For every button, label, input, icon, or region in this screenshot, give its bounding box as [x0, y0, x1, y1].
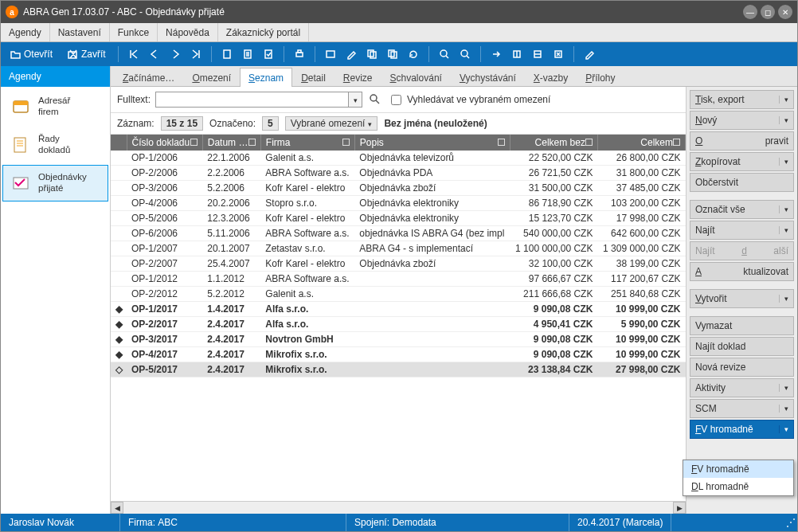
menu-nastaveni[interactable]: Nastavení: [50, 23, 110, 41]
action-button-aktivity[interactable]: Aktivity: [690, 378, 794, 397]
toolbar-btn-j[interactable]: [456, 45, 474, 63]
table-row[interactable]: ◆OP-4/20172.4.2017Mikrofix s.r.o.9 090,0…: [111, 347, 686, 362]
tab-omezení[interactable]: Omezení: [183, 68, 240, 87]
minimize-button[interactable]: —: [743, 5, 757, 19]
toolbar-btn-m[interactable]: [529, 45, 546, 63]
action-button-nov-revize[interactable]: Nová revize: [690, 358, 794, 377]
toolbar-open-button[interactable]: Otevřít: [4, 46, 58, 62]
orders-grid[interactable]: Číslo dokladuDatum …FirmaPopisCelkem bez…: [111, 135, 686, 377]
action-button-aktualizovat[interactable]: Aktualizovat: [690, 262, 794, 281]
column-header[interactable]: Popis: [354, 135, 510, 151]
sidebar-item-1[interactable]: Řadydokladů: [2, 127, 108, 163]
scroll-right-button[interactable]: ▶: [673, 502, 686, 514]
table-row[interactable]: OP-6/20065.11.2006ABRA Software a.s.obje…: [111, 226, 686, 241]
toolbar-btn-c[interactable]: [260, 45, 277, 63]
toolbar-btn-h[interactable]: [405, 45, 422, 63]
toolbar-close-button[interactable]: Zavřít: [61, 46, 111, 62]
toolbar-btn-n[interactable]: [550, 45, 567, 63]
horizontal-scrollbar[interactable]: ◀ ▶: [111, 501, 686, 514]
dropdown-caret-icon[interactable]: [779, 96, 793, 104]
action-button-opravit[interactable]: Opravit: [690, 131, 794, 151]
summary-row: Záznam: 15 z 15 Označeno: 5 Vybrané omez…: [111, 113, 686, 135]
nav-next-button[interactable]: [166, 45, 184, 63]
action-button-naj-t-doklad[interactable]: Najít doklad: [690, 337, 794, 356]
toolbar-btn-b[interactable]: [239, 45, 256, 63]
search-button[interactable]: [367, 92, 383, 108]
sidebar-item-2[interactable]: Objednávkypřijaté: [2, 165, 108, 201]
menu-zakaznicky-portal[interactable]: Zákaznický portál: [218, 23, 309, 41]
action-button-scm[interactable]: SCM: [690, 399, 794, 418]
table-row[interactable]: OP-1/20121.1.2012ABRA Software a.s.97 66…: [111, 272, 686, 287]
tab-seznam[interactable]: Seznam: [240, 68, 292, 87]
fulltext-input[interactable]: [155, 92, 349, 108]
close-button[interactable]: ✕: [778, 5, 792, 19]
resize-grip-icon[interactable]: ⋰: [784, 517, 797, 528]
table-row[interactable]: OP-5/200612.3.2006Kofr Karel - elektroOb…: [111, 211, 686, 226]
table-row[interactable]: OP-2/20062.2.2006ABRA Software a.s.Objed…: [111, 166, 686, 181]
action-button-zkop-rovat[interactable]: Zkopírovat: [690, 152, 794, 171]
toolbar-btn-o[interactable]: [581, 45, 598, 63]
toolbar-btn-i[interactable]: [436, 45, 453, 63]
menu-agendy[interactable]: Agendy: [1, 23, 50, 41]
dropdown-caret-icon[interactable]: [779, 226, 793, 234]
maximize-button[interactable]: ◻: [761, 5, 775, 19]
table-row[interactable]: ◆OP-2/20172.4.2017Alfa s.r.o.4 950,41 CZ…: [111, 317, 686, 332]
toolbar-btn-l[interactable]: [508, 45, 526, 63]
tab-přílohy[interactable]: Přílohy: [577, 68, 624, 87]
dropdown-caret-icon[interactable]: [779, 384, 793, 392]
action-button-tisk-export[interactable]: Tisk, export: [690, 90, 794, 109]
popup-item[interactable]: DL hromadně: [683, 478, 793, 495]
dropdown-caret-icon[interactable]: [779, 158, 793, 166]
tab-revize[interactable]: Revize: [334, 68, 381, 87]
toolbar-btn-e[interactable]: [342, 45, 360, 63]
table-row[interactable]: OP-2/200725.4.2007Kofr Karel - elektroOb…: [111, 256, 686, 272]
toolbar-print-button[interactable]: [291, 45, 308, 63]
table-row[interactable]: OP-1/200720.1.2007Zetastav s.r.o.ABRA G4…: [111, 241, 686, 256]
action-button-fv-hromadn-[interactable]: FV hromadně: [690, 420, 794, 439]
dropdown-caret-icon[interactable]: [779, 425, 793, 433]
table-row[interactable]: OP-1/200622.1.2006Galenit a.s.Objednávka…: [111, 151, 686, 166]
table-row[interactable]: ◆OP-1/20171.4.2017Alfa s.r.o.9 090,08 CZ…: [111, 302, 686, 317]
column-header[interactable]: Číslo dokladu: [127, 135, 202, 151]
nav-last-button[interactable]: [187, 45, 205, 63]
fulltext-dropdown-button[interactable]: [349, 92, 362, 108]
menu-funkce[interactable]: Funkce: [110, 23, 158, 41]
action-button-vytvo-it[interactable]: Vytvořit: [690, 289, 794, 308]
tab-x-vazby[interactable]: X-vazby: [525, 68, 577, 87]
action-button-ob-erstvit[interactable]: Občerstvit: [690, 173, 794, 192]
dropdown-caret-icon[interactable]: [779, 405, 793, 413]
column-header[interactable]: Celkem: [597, 135, 685, 151]
action-button-naj-t[interactable]: Najít: [690, 221, 794, 240]
column-header[interactable]: Datum …: [202, 135, 260, 151]
dropdown-caret-icon[interactable]: [779, 116, 793, 124]
toolbar-btn-d[interactable]: [322, 45, 339, 63]
table-row[interactable]: OP-4/200620.2.2006Stopro s.r.o.Objednávk…: [111, 196, 686, 211]
table-row[interactable]: ◆OP-3/20172.4.2017Novtron GmbH9 090,08 C…: [111, 332, 686, 347]
column-header[interactable]: Celkem bez: [510, 135, 597, 151]
tab-začínáme…[interactable]: Začínáme…: [114, 68, 183, 87]
toolbar-btn-f[interactable]: [363, 45, 381, 63]
table-row[interactable]: OP-2/20125.2.2012Galenit a.s.211 666,68 …: [111, 287, 686, 302]
action-button-vymazat[interactable]: Vymazat: [690, 316, 794, 335]
tab-vychystávání[interactable]: Vychystávání: [451, 68, 525, 87]
table-row[interactable]: ◇OP-5/20172.4.2017Mikrofix s.r.o.23 138,…: [111, 362, 686, 377]
dropdown-caret-icon[interactable]: [779, 295, 793, 303]
nav-first-button[interactable]: [125, 45, 143, 63]
search-in-filter-checkbox[interactable]: [391, 95, 401, 105]
table-row[interactable]: OP-3/20065.2.2006Kofr Karel - elektroObj…: [111, 181, 686, 196]
action-button-nov-[interactable]: Nový: [690, 111, 794, 130]
dropdown-caret-icon[interactable]: [779, 205, 793, 213]
filter-dropdown-button[interactable]: Vybrané omezení: [285, 116, 378, 131]
tab-detail[interactable]: Detail: [292, 68, 334, 87]
tab-schvalování[interactable]: Schvalování: [381, 68, 451, 87]
toolbar-btn-g[interactable]: [384, 45, 401, 63]
nav-prev-button[interactable]: [146, 45, 163, 63]
toolbar-btn-k[interactable]: [487, 45, 505, 63]
toolbar-btn-a[interactable]: [218, 45, 236, 63]
menu-napoveda[interactable]: Nápověda: [158, 23, 218, 41]
action-button-ozna-it-v-e[interactable]: Označit vše: [690, 200, 794, 219]
column-header[interactable]: Firma: [260, 135, 354, 151]
popup-item[interactable]: FV hromadně: [683, 460, 793, 478]
scroll-left-button[interactable]: ◀: [111, 502, 123, 514]
sidebar-item-0[interactable]: Adresářfirem: [2, 88, 108, 125]
